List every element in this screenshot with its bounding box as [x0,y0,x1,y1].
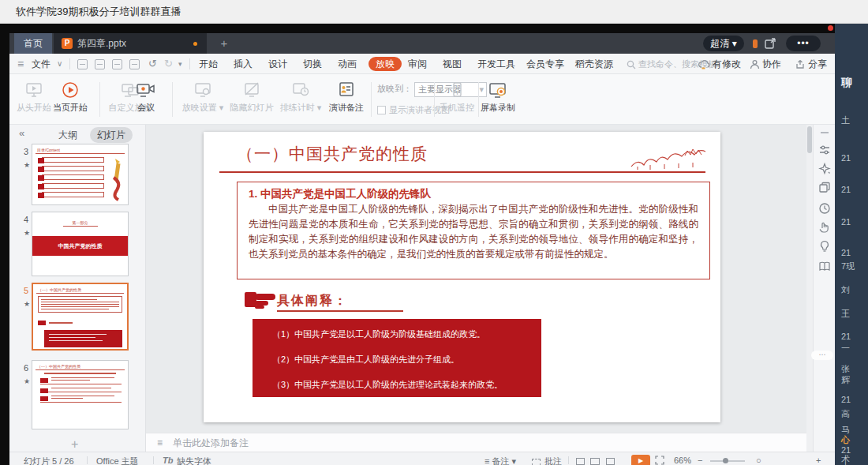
animation-star-icon: ★ [17,377,30,385]
collapse-ribbon-icon[interactable]: ^ [821,54,825,74]
tab-document[interactable]: P 第四章.pptx [54,33,207,54]
smart-effects-icon[interactable] [818,163,831,175]
show-settings-button[interactable]: 放映设置 ▾ [178,79,227,120]
save-icon[interactable] [77,59,88,69]
modified-status[interactable]: 有修改 [698,54,741,74]
menu-tab-slideshow-active[interactable]: 放映 [369,57,402,71]
zoom-out-button[interactable]: − [698,456,702,465]
stream-quality-button[interactable]: 超清 ▾ [703,36,744,51]
tab-outline[interactable]: 大纲 [58,125,77,145]
slide-text-box[interactable]: 1. 中国共产党是中国工人阶级的先锋队 中国共产党是中国工人阶级的先锋队，深刻揭… [237,182,710,279]
title-underline [219,171,705,173]
redo-icon[interactable]: ↻ [164,54,173,74]
live-indicator-icon [753,39,758,48]
view-reading-button[interactable] [606,456,619,465]
new-tab-button[interactable]: + [216,33,232,54]
caret-down-icon: ▾ [317,103,322,112]
animation-star-icon: ★ [17,300,30,308]
points-box[interactable]: （1）中国共产党是以工人阶级为阶级基础组成的政党。 （2）中国共产党是由工人阶级… [253,319,541,397]
hide-slide-button[interactable]: 隐藏幻灯片 [227,79,276,120]
hand-icon [38,321,46,325]
slide3-thumbnail[interactable]: 目录/Content [32,144,129,205]
menu-tab-docer[interactable]: 稻壳资源 [575,54,613,74]
notes-toggle-button[interactable]: ≡ 备注 ▾ [485,456,516,465]
chat-fragment: 7现 [841,261,855,272]
rail-drag-handle[interactable] [818,126,831,139]
great-wall-sketch-graphic [630,148,709,171]
fit-screen-icon[interactable] [655,456,664,465]
collaborate-button[interactable]: 协作 [750,54,781,74]
missing-font-label[interactable]: 缺失字体 [177,456,211,465]
add-slide-button[interactable]: + [71,437,78,452]
view-sorter-button[interactable] [590,456,604,465]
undo-icon[interactable]: ↺ [148,54,157,74]
properties-sliders-icon[interactable] [818,144,831,156]
file-menu[interactable]: 文件 [32,54,51,74]
stream-titlebar: 软件学院39期积极分子培训群群直播 [0,0,868,24]
view-normal-button[interactable] [576,456,589,465]
display-to-label: 放映到： [377,84,412,93]
zoom-level[interactable]: 66% [674,456,691,465]
screen: 软件学院39期积极分子培训群群直播 首页 P 第四章.pptx + 超清 ▾ •… [0,0,868,465]
export-icon[interactable] [95,59,105,69]
start-slideshow-button[interactable]: ▶ [631,455,650,465]
menu-tab-design[interactable]: 设计 [268,54,287,74]
menu-hamburger-icon[interactable]: ≡ [17,54,24,74]
slide4-thumbnail[interactable]: 第一部分 中国共产党的性质 [32,212,129,276]
animation-star-icon: ★ [17,161,30,169]
menu-tab-transition[interactable]: 切换 [303,54,322,74]
scrollbar-handle[interactable] [807,126,812,153]
tab-home[interactable]: 首页 [14,33,52,54]
menu-tab-membership[interactable]: 会员专享 [526,54,564,74]
menu-tab-review[interactable]: 审阅 [408,54,427,74]
theme-name[interactable]: Office 主题 [96,456,139,465]
history-clock-icon[interactable] [818,202,831,215]
presenter-view-checkbox[interactable] [377,106,386,114]
rail-more-button[interactable]: ⋯ [811,351,833,360]
slide3-number: 3 [16,147,28,156]
current-slide[interactable]: （一）中国共产党的性质 1. 中国共产党是中国工人阶级的先锋队 中国共产党是中国… [204,132,720,422]
chat-fragment: 21 [841,153,851,163]
slide6-thumbnail[interactable]: （一）中国共产党的性质 [32,360,129,429]
rehearse-timing-button[interactable]: 排练计时 ▾ [276,79,325,120]
tab-slides[interactable]: 幻灯片 [90,127,133,143]
point-1: （1）中国共产党是以工人阶级为阶级基础组成的政党。 [272,328,485,340]
menu-tab-devtools[interactable]: 开发工具 [477,54,515,74]
menu-tab-home[interactable]: 开始 [199,54,218,74]
reference-book-icon[interactable] [818,261,831,273]
notes-bar[interactable]: ≡ 单击此处添加备注 [146,433,806,452]
magnifier-icon[interactable]: ○ [756,456,761,465]
start-from-current-button[interactable]: 当页开始 [46,79,95,120]
interpretation-label[interactable]: 具体阐释： [277,293,348,309]
gesture-annotation-icon[interactable] [818,221,831,234]
screen-record-button[interactable]: 屏幕录制 [473,79,522,120]
more-options-button[interactable]: ••• [786,36,821,51]
caret-down-icon: ▾ [512,456,517,465]
monitor-gear-icon [193,81,212,99]
vertical-scrollbar[interactable] [806,125,813,452]
print-preview-icon[interactable] [129,59,140,69]
forward-share-icon[interactable] [764,37,776,50]
play-circle-icon [61,81,80,99]
right-tool-rail [813,125,835,452]
slide-title[interactable]: （一）中国共产党的性质 [237,143,428,165]
zoom-slider-knob[interactable] [723,458,728,463]
kebab-menu-icon[interactable]: ⋮ [807,54,817,74]
inspiration-bulb-icon[interactable] [818,240,831,253]
comments-toggle-button[interactable]: 批注 [532,456,562,465]
undo-caret-icon[interactable]: ▾ [178,54,182,74]
menu-tab-animation[interactable]: 动画 [338,54,357,74]
section-body: 中国共产党是中国工人阶级的先锋队，深刻揭示出了中国共产党的阶级性和先进性。党的阶… [249,202,698,262]
hand-icon [40,378,48,383]
meeting-button[interactable]: 会议 [122,79,170,120]
chat-panel[interactable]: 聊 土 21 21 21 21 7现 刘 王 21 一 张 辉 21 高 马 心… [835,24,868,465]
zoom-in-button[interactable]: + [816,456,821,465]
print-icon[interactable] [112,59,122,69]
unsaved-dot-icon [193,42,197,46]
menu-tab-view[interactable]: 视图 [443,54,462,74]
interpretation-underline [277,310,403,312]
slide5-thumbnail-selected[interactable]: （一）中国共产党的性质 [32,283,129,351]
copy-pages-icon[interactable] [818,182,831,194]
menu-tab-insert[interactable]: 插入 [234,54,253,74]
collapse-sidebar-button[interactable]: « [19,127,24,139]
